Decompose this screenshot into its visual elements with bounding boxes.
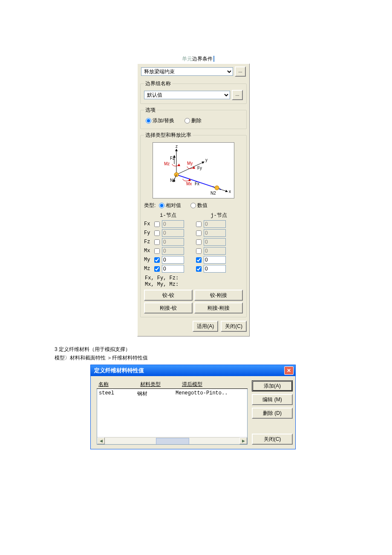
svg-text:My: My <box>187 161 193 166</box>
j-My-input[interactable] <box>204 256 226 264</box>
i-Mx-check[interactable] <box>154 248 160 254</box>
dof-label-Mz: Mz <box>144 266 154 272</box>
hinge-hinge-button[interactable]: 铰-铰 <box>144 290 193 301</box>
svg-text:Fy: Fy <box>197 166 202 170</box>
dof-label-Fx: Fx <box>144 221 154 227</box>
list-header: 名称 材料类型 滞后模型 <box>97 380 248 389</box>
radio-value-input[interactable] <box>190 203 196 208</box>
fiber-material-dialog: 定义纤维材料特性值 ✕ 名称 材料类型 滞后模型 steel 钢材 Menego… <box>90 365 296 449</box>
caption: 单元边界条件 <box>4 55 392 63</box>
i-node-legend: i-节点 <box>144 212 192 219</box>
j-Fy-check[interactable] <box>196 230 202 236</box>
svg-text:z: z <box>176 144 178 149</box>
scroll-right-button[interactable]: ▶ <box>239 437 247 444</box>
table-row[interactable]: steel 钢材 Menegotto-Pinto.. <box>99 390 245 397</box>
dof-label-Fy: Fy <box>144 230 154 236</box>
i-Fx-check[interactable] <box>154 221 160 227</box>
radio-relative[interactable]: 相对值 <box>159 202 181 209</box>
i-Mz-input[interactable] <box>162 265 184 273</box>
header-type[interactable]: 材料类型 <box>138 380 180 388</box>
radio-add-replace-input[interactable] <box>146 118 151 124</box>
i-Fy-check[interactable] <box>154 230 160 236</box>
apply-button[interactable]: 适用(A) <box>193 321 218 332</box>
j-Fy-input[interactable] <box>204 229 226 237</box>
radio-value[interactable]: 数值 <box>190 202 208 209</box>
j-Fz-check[interactable] <box>196 239 202 245</box>
step-text: 3 定义纤维材料（用于模拟支撑） 模型〉材料和截面特性 ＞纤维材料特性值 <box>55 345 392 362</box>
j-Mz-check[interactable] <box>196 266 202 272</box>
radio-delete[interactable]: 删除 <box>184 117 202 124</box>
radio-relative-input[interactable] <box>159 203 164 208</box>
svg-text:x: x <box>229 189 231 194</box>
j-Mx-input[interactable] <box>204 247 226 255</box>
i-Fz-input[interactable] <box>162 238 184 246</box>
main-type-combo[interactable]: 释放梁端约束 <box>141 67 233 76</box>
type-label: 类型: <box>144 202 156 209</box>
scroll-thumb[interactable] <box>156 438 189 445</box>
radio-delete-input[interactable] <box>184 118 190 124</box>
close-button[interactable]: 关闭(C) <box>221 321 247 332</box>
header-model[interactable]: 滞后模型 <box>180 380 248 388</box>
list-body[interactable]: steel 钢材 Menegotto-Pinto.. ◀ ▶ <box>97 389 248 445</box>
svg-text:Mz: Mz <box>164 161 170 166</box>
boundary-group-legend: 边界组名称 <box>144 80 172 87</box>
boundary-group-combo[interactable]: 默认值 <box>144 91 230 99</box>
dof-label-Mx: Mx <box>144 248 154 254</box>
svg-point-8 <box>215 186 219 190</box>
caption-grey: 单元 <box>182 56 192 62</box>
i-Fz-check[interactable] <box>154 239 160 245</box>
i-Mx-input[interactable] <box>162 247 184 255</box>
j-node-fieldset: j-节点 <box>195 212 243 219</box>
svg-text:y: y <box>205 158 208 162</box>
dialog-titlebar[interactable]: 定义纤维材料特性值 ✕ <box>91 365 295 376</box>
radio-add-replace[interactable]: 添加/替换 <box>146 117 174 124</box>
j-My-check[interactable] <box>196 257 202 263</box>
i-Mz-check[interactable] <box>154 266 160 272</box>
dof-label-Fz: Fz <box>144 239 154 245</box>
beam-end-release-panel: 释放梁端约束 ... 边界组名称 默认值 ... 选项 添加/替换 删除 选择类… <box>137 63 250 336</box>
rigid-rigid-button[interactable]: 刚接-刚接 <box>194 302 243 313</box>
close-icon[interactable]: ✕ <box>284 366 294 375</box>
i-Fy-input[interactable] <box>162 229 184 237</box>
svg-text:Fz: Fz <box>170 156 175 161</box>
axes-diagram: z y x Fz Mz My Fy Mx Fx N1 N2 <box>153 142 234 198</box>
j-node-legend: j-节点 <box>195 212 243 219</box>
i-Fx-input[interactable] <box>162 220 184 228</box>
svg-text:Mx: Mx <box>186 181 192 186</box>
edit-button[interactable]: 编辑 (M) <box>252 394 293 405</box>
select-type-fieldset: 选择类型和释放比率 z y x Fz <box>140 132 247 317</box>
select-type-legend: 选择类型和释放比率 <box>144 132 193 139</box>
horizontal-scrollbar[interactable]: ◀ ▶ <box>97 437 247 444</box>
j-Fx-check[interactable] <box>196 221 202 227</box>
dialog-title: 定义纤维材料特性值 <box>94 367 144 374</box>
text-cursor <box>213 56 214 62</box>
j-Mz-input[interactable] <box>204 265 226 273</box>
rigid-hinge-button[interactable]: 刚接-铰 <box>144 302 193 313</box>
j-Fz-input[interactable] <box>204 238 226 246</box>
i-node-fieldset: i-节点 <box>144 212 192 219</box>
delete-button[interactable]: 删除 (D) <box>252 408 293 419</box>
dof-label-My: My <box>144 257 154 263</box>
boundary-group-fieldset: 边界组名称 默认值 ... <box>140 80 247 104</box>
i-My-check[interactable] <box>154 257 160 263</box>
j-Mx-check[interactable] <box>196 248 202 254</box>
j-Fx-input[interactable] <box>204 220 226 228</box>
dialog-close-button[interactable]: 关闭(C) <box>252 434 293 445</box>
scroll-track[interactable] <box>105 438 239 444</box>
options-legend: 选项 <box>144 106 157 114</box>
svg-text:N2: N2 <box>210 191 216 196</box>
main-type-more-button[interactable]: ... <box>235 66 246 77</box>
force-note: Fx, Fy, Fz: Mx, My, Mz: <box>145 275 243 288</box>
svg-text:Fx: Fx <box>195 181 199 186</box>
add-button[interactable]: 添加(A) <box>252 380 293 391</box>
i-My-input[interactable] <box>162 256 184 264</box>
hinge-rigid-button[interactable]: 铰-刚接 <box>194 290 243 301</box>
options-fieldset: 选项 添加/替换 删除 <box>140 106 247 129</box>
material-list: 名称 材料类型 滞后模型 steel 钢材 Menegotto-Pinto.. … <box>97 380 248 445</box>
caption-black: 边界条件 <box>192 56 213 62</box>
scroll-left-button[interactable]: ◀ <box>97 437 105 444</box>
boundary-group-more-button[interactable]: ... <box>232 90 243 100</box>
header-name[interactable]: 名称 <box>97 380 138 388</box>
